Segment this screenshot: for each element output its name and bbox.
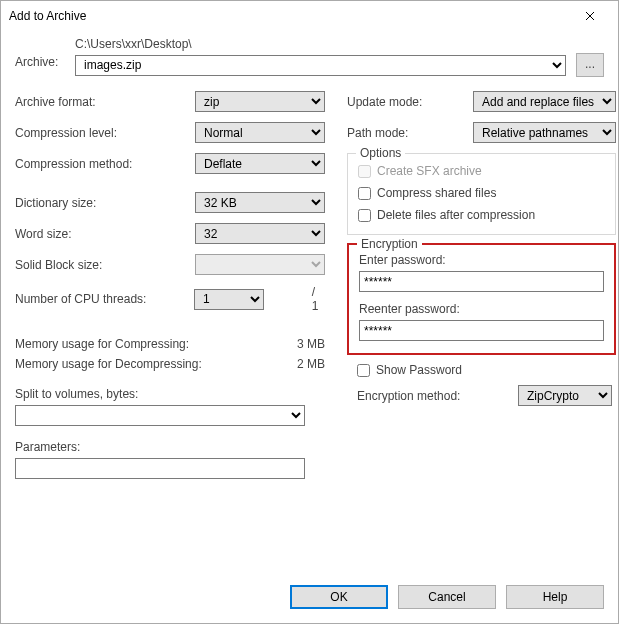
- solid-block-size-label: Solid Block size:: [15, 258, 195, 272]
- sfx-label: Create SFX archive: [377, 164, 482, 178]
- archive-format-label: Archive format:: [15, 95, 195, 109]
- reenter-password-input[interactable]: [359, 320, 604, 341]
- close-button[interactable]: [570, 1, 610, 31]
- archive-path: C:\Users\xxr\Desktop\: [75, 37, 604, 51]
- word-size-select[interactable]: 32: [195, 223, 325, 244]
- split-volumes-select[interactable]: [15, 405, 305, 426]
- cpu-threads-select[interactable]: 1: [194, 289, 264, 310]
- compress-shared-label: Compress shared files: [377, 186, 496, 200]
- encryption-group: Encryption Enter password: Reenter passw…: [347, 243, 616, 355]
- add-to-archive-dialog: Add to Archive Archive: C:\Users\xxr\Des…: [0, 0, 619, 624]
- show-password-checkbox[interactable]: [357, 364, 370, 377]
- cpu-threads-total: / 1: [312, 285, 325, 313]
- close-icon: [585, 11, 595, 21]
- split-volumes-label: Split to volumes, bytes:: [15, 387, 325, 401]
- encryption-method-label: Encryption method:: [357, 389, 518, 403]
- path-mode-label: Path mode:: [347, 126, 473, 140]
- dictionary-size-select[interactable]: 32 KB: [195, 192, 325, 213]
- update-mode-label: Update mode:: [347, 95, 473, 109]
- compression-method-label: Compression method:: [15, 157, 195, 171]
- sfx-checkbox: [358, 165, 371, 178]
- mem-compress-value: 3 MB: [265, 337, 325, 351]
- browse-button[interactable]: ...: [576, 53, 604, 77]
- mem-decompress-value: 2 MB: [265, 357, 325, 371]
- encryption-legend: Encryption: [357, 237, 422, 251]
- archive-filename-select[interactable]: images.zip: [75, 55, 566, 76]
- show-password-label: Show Password: [376, 363, 462, 377]
- archive-label: Archive:: [15, 37, 75, 69]
- ok-button[interactable]: OK: [290, 585, 388, 609]
- dictionary-size-label: Dictionary size:: [15, 196, 195, 210]
- update-mode-select[interactable]: Add and replace files: [473, 91, 616, 112]
- delete-after-checkbox[interactable]: [358, 209, 371, 222]
- delete-after-label: Delete files after compression: [377, 208, 535, 222]
- window-title: Add to Archive: [9, 9, 570, 23]
- enter-password-label: Enter password:: [359, 253, 604, 267]
- compression-method-select[interactable]: Deflate: [195, 153, 325, 174]
- word-size-label: Word size:: [15, 227, 195, 241]
- solid-block-size-select: [195, 254, 325, 275]
- encryption-method-select[interactable]: ZipCrypto: [518, 385, 612, 406]
- cancel-button[interactable]: Cancel: [398, 585, 496, 609]
- titlebar: Add to Archive: [1, 1, 618, 31]
- parameters-input[interactable]: [15, 458, 305, 479]
- options-group: Options Create SFX archive Compress shar…: [347, 153, 616, 235]
- parameters-label: Parameters:: [15, 440, 325, 454]
- archive-format-select[interactable]: zip: [195, 91, 325, 112]
- help-button[interactable]: Help: [506, 585, 604, 609]
- mem-compress-label: Memory usage for Compressing:: [15, 337, 265, 351]
- compression-level-label: Compression level:: [15, 126, 195, 140]
- reenter-password-label: Reenter password:: [359, 302, 604, 316]
- mem-decompress-label: Memory usage for Decompressing:: [15, 357, 265, 371]
- enter-password-input[interactable]: [359, 271, 604, 292]
- compress-shared-checkbox[interactable]: [358, 187, 371, 200]
- cpu-threads-label: Number of CPU threads:: [15, 292, 194, 306]
- options-legend: Options: [356, 146, 405, 160]
- compression-level-select[interactable]: Normal: [195, 122, 325, 143]
- path-mode-select[interactable]: Relative pathnames: [473, 122, 616, 143]
